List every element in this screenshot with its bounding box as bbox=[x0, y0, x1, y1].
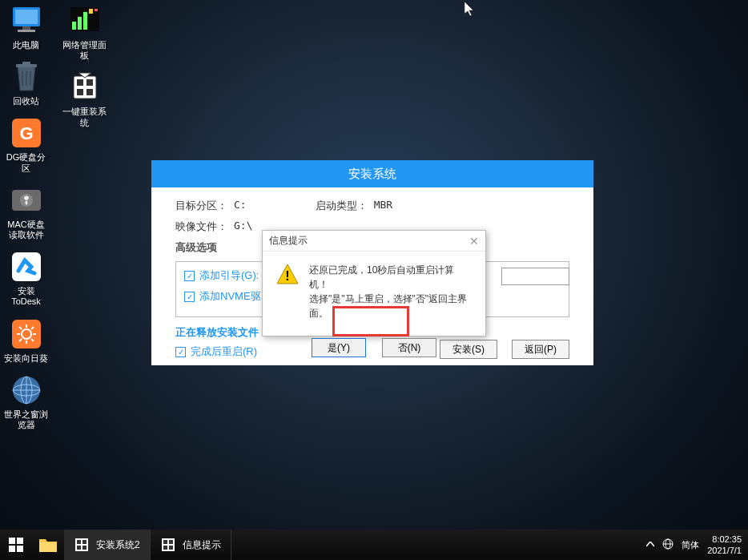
image-file-label: 映像文件： bbox=[175, 220, 227, 234]
svg-rect-38 bbox=[77, 89, 83, 95]
taskbar-clock[interactable]: 8:02:35 2021/7/1 bbox=[707, 534, 742, 557]
svg-rect-37 bbox=[86, 79, 93, 86]
svg-rect-1 bbox=[15, 10, 38, 24]
yes-button[interactable]: 是(Y) bbox=[312, 338, 366, 357]
icon-label: 安装ToDesk bbox=[4, 286, 48, 307]
svg-rect-5 bbox=[22, 62, 30, 65]
tray-network-icon[interactable] bbox=[662, 538, 674, 551]
svg-rect-3 bbox=[18, 30, 35, 32]
icon-label: 安装向日葵 bbox=[4, 353, 48, 364]
taskbar-item-label: 信息提示 bbox=[183, 538, 221, 552]
svg-rect-47 bbox=[77, 540, 81, 544]
icon-label: DG硬盘分区 bbox=[4, 152, 48, 173]
svg-rect-45 bbox=[39, 542, 57, 552]
svg-rect-31 bbox=[78, 17, 82, 30]
svg-rect-41 bbox=[9, 538, 15, 544]
svg-text:G: G bbox=[19, 123, 33, 143]
icon-label: MAC硬盘读取软件 bbox=[4, 220, 48, 240]
svg-rect-39 bbox=[86, 89, 93, 95]
svg-rect-33 bbox=[89, 9, 93, 14]
icon-label: 网络管理面板 bbox=[62, 40, 107, 61]
target-partition-value: C: bbox=[234, 199, 247, 213]
icon-label: 一键重装系统 bbox=[62, 107, 107, 127]
icon-label: 回收站 bbox=[13, 96, 39, 107]
icon-label: 此电脑 bbox=[13, 40, 39, 50]
svg-rect-2 bbox=[22, 26, 30, 30]
clock-date: 2021/7/1 bbox=[707, 545, 742, 556]
svg-rect-34 bbox=[95, 9, 98, 11]
svg-rect-42 bbox=[17, 538, 23, 544]
file-explorer-icon[interactable] bbox=[32, 530, 64, 560]
taskbar-item-label: 安装系统2 bbox=[96, 538, 140, 552]
return-button[interactable]: 返回(P) bbox=[512, 340, 569, 359]
icon-network-panel[interactable]: 网络管理面板 bbox=[62, 4, 107, 61]
option-box bbox=[501, 268, 569, 285]
image-file-value: G:\ bbox=[234, 220, 252, 234]
svg-rect-32 bbox=[83, 12, 87, 30]
icon-label: 世界之窗浏览器 bbox=[4, 409, 48, 430]
message-dialog: 信息提示 ✕ ! 还原已完成，10秒后自动重启计算机！ 选择"是"马上重启，选择… bbox=[262, 230, 486, 336]
taskbar-item-dialog[interactable]: 信息提示 bbox=[151, 530, 231, 560]
svg-rect-14 bbox=[12, 320, 41, 348]
svg-rect-36 bbox=[77, 79, 83, 86]
dialog-message-line1: 还原已完成，10秒后自动重启计算机！ bbox=[309, 263, 473, 292]
svg-rect-43 bbox=[9, 546, 15, 552]
icon-this-pc[interactable]: 此电脑 bbox=[4, 4, 48, 50]
svg-rect-48 bbox=[82, 540, 86, 544]
icon-recycle-bin[interactable]: 回收站 bbox=[4, 60, 48, 107]
svg-rect-13 bbox=[12, 252, 41, 281]
svg-rect-44 bbox=[17, 546, 23, 552]
icon-theworld-browser[interactable]: 世界之窗浏览器 bbox=[4, 373, 48, 430]
svg-rect-49 bbox=[77, 546, 81, 550]
mouse-cursor bbox=[464, 2, 477, 21]
taskbar-item-installer[interactable]: 安装系统2 bbox=[64, 530, 151, 560]
close-icon[interactable]: ✕ bbox=[469, 235, 479, 248]
restart-after-checkbox[interactable]: ✓完成后重启(R) bbox=[175, 344, 257, 359]
tray-ime[interactable]: 简体 bbox=[682, 539, 699, 551]
svg-rect-54 bbox=[163, 546, 167, 550]
installer-title: 安装系统 bbox=[151, 160, 593, 187]
target-partition-label: 目标分区： bbox=[175, 199, 227, 213]
svg-rect-55 bbox=[169, 546, 173, 550]
no-button[interactable]: 否(N) bbox=[382, 338, 436, 357]
desktop-icons: 此电脑 回收站 G DG硬盘分区 MAC硬盘读取软件 安装ToDesk 安装向日… bbox=[4, 4, 107, 430]
svg-rect-52 bbox=[163, 540, 167, 544]
icon-todesk[interactable]: 安装ToDesk bbox=[4, 250, 48, 307]
taskbar: 安装系统2 信息提示 简体 8:02:35 2021/7/1 bbox=[0, 530, 748, 560]
boot-type-value: MBR bbox=[374, 199, 392, 213]
warning-icon: ! bbox=[275, 263, 300, 287]
icon-reinstall-system[interactable]: 一键重装系统 bbox=[62, 71, 107, 127]
start-button[interactable] bbox=[0, 530, 32, 560]
icon-mac-disk[interactable]: MAC硬盘读取软件 bbox=[4, 183, 48, 240]
clock-time: 8:02:35 bbox=[707, 534, 742, 545]
tray-chevron-icon[interactable] bbox=[646, 540, 654, 550]
boot-type-label: 启动类型： bbox=[316, 199, 368, 213]
icon-dg-partition[interactable]: G DG硬盘分区 bbox=[4, 116, 48, 173]
svg-rect-53 bbox=[169, 540, 173, 544]
svg-text:!: ! bbox=[285, 269, 289, 283]
dialog-title-text: 信息提示 bbox=[269, 234, 308, 248]
svg-rect-30 bbox=[72, 22, 76, 30]
svg-rect-50 bbox=[82, 546, 86, 550]
dialog-message-line2: 选择"是"马上重启，选择"否"返回主界面。 bbox=[309, 292, 473, 320]
icon-sunflower[interactable]: 安装向日葵 bbox=[4, 317, 48, 364]
